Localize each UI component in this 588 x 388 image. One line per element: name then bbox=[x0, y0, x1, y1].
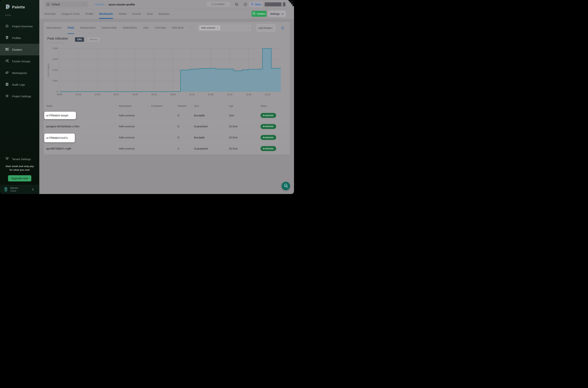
sidebar-item-workspaces[interactable]: Workspaces bbox=[0, 67, 39, 79]
tab-profile[interactable]: Profile bbox=[86, 9, 93, 19]
pod-namespace-cell: hello-universe bbox=[119, 114, 151, 117]
chevron-down-icon bbox=[83, 3, 86, 6]
docs-button[interactable]: Docs bbox=[249, 1, 263, 7]
upgrade-now-button[interactable]: Upgrade now bbox=[8, 175, 31, 181]
time-range-select[interactable]: Last 6 hours bbox=[256, 24, 275, 31]
svg-text:07:45: 07:45 bbox=[95, 93, 100, 96]
feedback-chat-icon[interactable] bbox=[234, 2, 238, 6]
pod-qos-cell: Burstable bbox=[194, 136, 229, 139]
tab-label: Workloads bbox=[99, 12, 113, 15]
sidebar-item-tenant-settings[interactable]: Tenant Settings bbox=[0, 153, 39, 165]
sidebar-item-audit-logs[interactable]: Audit Logs bbox=[0, 79, 39, 90]
sidebar-item-cluster-groups[interactable]: Cluster Groups bbox=[0, 55, 39, 67]
pod-qos-cell: Burstable bbox=[194, 114, 229, 117]
status-badge: RUNNING bbox=[261, 135, 276, 140]
subtab-daemonsets[interactable]: DaemonSets bbox=[102, 22, 117, 34]
sidebar-item-project-overview[interactable]: Project Overview bbox=[0, 20, 39, 32]
pod-age-cell: 2h 51m bbox=[229, 147, 261, 150]
chart-unit-toggle: CPUMemory bbox=[75, 37, 100, 42]
column-header-status: Status bbox=[261, 105, 282, 107]
pod-name-cell: postgres-567dc9cb4c-c7xtm bbox=[46, 125, 119, 128]
namespace-filter-tag: hello-universe × bbox=[199, 25, 220, 30]
svg-text:07:15: 07:15 bbox=[76, 93, 81, 96]
subtab-namespaces[interactable]: Namespaces bbox=[46, 22, 62, 34]
tab-nodes[interactable]: Nodes bbox=[119, 9, 127, 19]
subtab-statefulsets[interactable]: StatefulSets bbox=[123, 22, 137, 34]
spotlight-pod-name[interactable]: ui-f7ff4ddc5-hx47s bbox=[44, 134, 75, 142]
app-version: 4.6.18 bbox=[5, 14, 10, 16]
refresh-icon[interactable] bbox=[281, 26, 285, 30]
chart-area-fill bbox=[60, 48, 281, 92]
pod-restarts-cell: 2 bbox=[178, 147, 194, 150]
project-selector[interactable]: Default bbox=[45, 1, 88, 7]
tab-scan[interactable]: Scan bbox=[147, 9, 153, 19]
subtab-deployments[interactable]: Deployments bbox=[80, 22, 96, 34]
updates-label: Updates bbox=[257, 12, 265, 15]
pod-age-cell: 2h 51m bbox=[229, 136, 261, 139]
sidebar-item-profiles[interactable]: Profiles bbox=[0, 32, 39, 44]
svg-text:08:45: 08:45 bbox=[132, 93, 138, 96]
table-row[interactable]: postgres-567dc9cb4c-c7xtmhello-universe0… bbox=[44, 121, 290, 132]
subtabs-overflow-button[interactable]: ··· bbox=[189, 25, 193, 28]
cluster-tabs-bar: OverviewUsage & CostsProfileWorkloadsNod… bbox=[39, 9, 294, 19]
tab-overview[interactable]: Overview bbox=[44, 9, 56, 19]
profiles-icon bbox=[5, 36, 9, 40]
breadcrumb-link-clusters[interactable]: Clusters bbox=[95, 3, 105, 6]
sidebar-item-project-settings[interactable]: Project Settings bbox=[0, 90, 39, 102]
svg-text:11:45: 11:45 bbox=[246, 93, 251, 96]
tab-label: Profile bbox=[86, 12, 93, 15]
book-icon bbox=[251, 2, 254, 6]
remove-tag-icon[interactable]: × bbox=[217, 26, 218, 29]
svg-text:06:45: 06:45 bbox=[57, 93, 62, 96]
tab-workloads[interactable]: Workloads bbox=[99, 9, 113, 19]
search-fab-button[interactable] bbox=[282, 182, 290, 190]
table-row[interactable]: hello-universe0Burstable31mRUNNING bbox=[44, 110, 290, 121]
sidebar-collapse-icon[interactable] bbox=[31, 188, 35, 192]
subtab-cronjobs[interactable]: CronJobs bbox=[155, 22, 166, 34]
sidebar-item-clusters[interactable]: Clusters bbox=[0, 44, 39, 55]
compass-icon[interactable] bbox=[243, 2, 248, 6]
redacted-avatar bbox=[283, 2, 285, 6]
namespace-filter-select[interactable]: hello-universe × bbox=[198, 24, 251, 31]
pod-restarts-cell: 0 bbox=[178, 136, 194, 139]
svg-text:10:15: 10:15 bbox=[189, 93, 195, 96]
tab-label: Usage & Costs bbox=[62, 12, 80, 15]
sidebar-tenant-section: Tenant Settings bbox=[0, 153, 39, 165]
tab-events[interactable]: Events bbox=[133, 9, 141, 19]
status-badge: RUNNING bbox=[261, 124, 276, 129]
updates-button[interactable]: Updates bbox=[251, 11, 267, 17]
tab-backups[interactable]: Backups bbox=[159, 9, 169, 19]
pod-status-cell: RUNNING bbox=[261, 135, 282, 140]
sidebar-footer: Spectro Cloud bbox=[0, 185, 39, 194]
subtab-role-bind[interactable]: Role Bind bbox=[172, 22, 183, 34]
pod-restarts-cell: 0 bbox=[178, 114, 194, 117]
palette-logo-icon bbox=[4, 4, 10, 10]
workload-subtabs: NamespacesPodsDeploymentsDaemonSetsState… bbox=[46, 22, 191, 34]
settings-button[interactable]: Settings bbox=[268, 11, 286, 17]
svg-text:CPU CORES: CPU CORES bbox=[47, 63, 49, 77]
tab-usage-costs[interactable]: Usage & Costs bbox=[62, 9, 80, 19]
table-row[interactable]: api-86f745b67c-rzgfhhello-universe2Guara… bbox=[44, 143, 290, 154]
unit-toggle-memory[interactable]: Memory bbox=[87, 37, 100, 42]
subtab-jobs[interactable]: Jobs bbox=[143, 22, 149, 34]
redacted-username bbox=[265, 2, 281, 6]
palette-logo: Palette bbox=[4, 4, 25, 10]
svg-text:0: 0 bbox=[57, 90, 58, 93]
spotlight-pod-name[interactable]: ui-f7ff4ddc5-4wsph bbox=[44, 112, 76, 119]
status-badge: RUNNING bbox=[261, 146, 276, 151]
subtab-pods[interactable]: Pods bbox=[68, 22, 74, 34]
subtab-label: Deployments bbox=[80, 26, 96, 29]
topbar: Default / Clusters / azure-cluster-profi… bbox=[39, 0, 294, 9]
breadcrumb-separator: / bbox=[106, 3, 107, 6]
app-screen: Palette 4.6.18 Project OverviewProfilesC… bbox=[0, 0, 294, 194]
chevron-down-icon bbox=[271, 27, 274, 29]
upgrade-promo: Start small and only pay for what you us… bbox=[0, 165, 39, 172]
pod-status-cell: RUNNING bbox=[261, 124, 282, 129]
footer-brand-line1: Spectro bbox=[10, 187, 18, 190]
breadcrumb-separator: / bbox=[92, 3, 93, 6]
tab-label: Events bbox=[133, 12, 141, 15]
project-selector-value: Default bbox=[52, 3, 60, 6]
table-row[interactable]: hello-universe0Burstable2h 51mRUNNING bbox=[44, 132, 290, 143]
svg-text:0.001: 0.001 bbox=[52, 80, 58, 82]
unit-toggle-cpu[interactable]: CPU bbox=[75, 37, 84, 42]
